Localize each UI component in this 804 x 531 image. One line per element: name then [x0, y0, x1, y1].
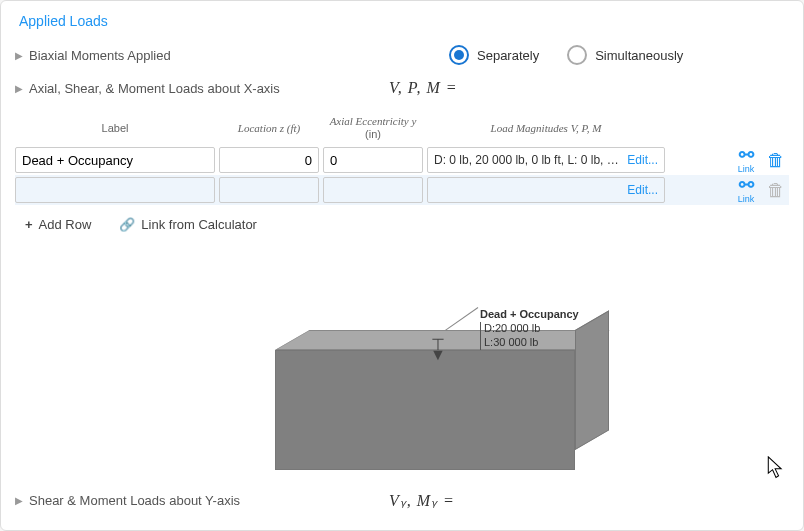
section-title[interactable]: Applied Loads: [19, 13, 789, 29]
callout-title: Dead + Occupancy: [480, 308, 579, 322]
load-callout: Dead + Occupancy D:20 000 lb L:30 000 lb: [480, 308, 579, 349]
link-icon: 🔗: [119, 217, 135, 232]
chevron-right-icon[interactable]: ▶: [15, 495, 25, 506]
link-caption: Link: [738, 165, 755, 174]
col-magnitudes: Load Magnitudes V, P, M: [427, 122, 665, 135]
col-location: Location z (ft): [219, 122, 319, 135]
table-actions: + Add Row 🔗 Link from Calculator: [25, 217, 789, 232]
callout-line-d: D:20 000 lb: [484, 322, 579, 336]
applied-loads-panel: Applied Loads ▶ Biaxial Moments Applied …: [0, 0, 804, 531]
edit-link[interactable]: Edit...: [627, 153, 658, 167]
link-button[interactable]: ⚯ Link: [733, 146, 759, 174]
table-row: Edit... ⚯ Link 🗑: [15, 175, 789, 205]
biaxial-row: ▶ Biaxial Moments Applied Separately Sim…: [15, 45, 789, 65]
radio-simultaneously-label: Simultaneously: [595, 48, 683, 63]
col-label: Label: [15, 122, 215, 135]
link-button[interactable]: ⚯ Link: [733, 176, 759, 204]
chevron-right-icon[interactable]: ▶: [15, 50, 25, 61]
plus-icon: +: [25, 217, 33, 232]
beam-graphic: [275, 350, 575, 470]
trash-icon: 🗑: [767, 181, 785, 199]
label-input[interactable]: [15, 177, 215, 203]
link-icon: ⚯: [739, 176, 754, 194]
table-row: D: 0 lb, 20 000 lb, 0 lb ft, L: 0 lb, 30…: [15, 145, 789, 175]
delete-button[interactable]: 🗑: [763, 181, 789, 199]
location-input[interactable]: [219, 177, 319, 203]
chevron-right-icon[interactable]: ▶: [15, 83, 25, 94]
radio-separately[interactable]: Separately: [449, 45, 539, 65]
link-icon: ⚯: [739, 146, 754, 164]
location-input[interactable]: [219, 147, 319, 173]
add-row-button[interactable]: + Add Row: [25, 217, 91, 232]
radio-dot-icon: [567, 45, 587, 65]
x-axis-label: Axial, Shear, & Moment Loads about X-axi…: [29, 81, 329, 96]
table-header: Label Location z (ft) Axial Eccentricity…: [15, 115, 789, 141]
load-arrow-icon: ⊤▼: [430, 340, 446, 359]
link-from-calculator-button[interactable]: 🔗 Link from Calculator: [119, 217, 257, 232]
radio-dot-icon: [449, 45, 469, 65]
mouse-cursor-icon: [767, 456, 785, 480]
radio-separately-label: Separately: [477, 48, 539, 63]
y-axis-label: Shear & Moment Loads about Y-axis: [29, 493, 329, 508]
x-axis-formula: V, P, M =: [389, 79, 458, 97]
eccentricity-input[interactable]: [323, 147, 423, 173]
edit-link[interactable]: Edit...: [627, 183, 658, 197]
eccentricity-input[interactable]: [323, 177, 423, 203]
magnitudes-text: D: 0 lb, 20 000 lb, 0 lb ft, L: 0 lb, 30…: [434, 153, 621, 167]
link-calc-label: Link from Calculator: [141, 217, 257, 232]
loads-table: Label Location z (ft) Axial Eccentricity…: [15, 115, 789, 205]
label-input[interactable]: [15, 147, 215, 173]
col-eccentricity: Axial Eccentricity y (in): [323, 115, 423, 141]
biaxial-label: Biaxial Moments Applied: [29, 48, 329, 63]
magnitudes-cell[interactable]: Edit...: [427, 177, 665, 203]
add-row-label: Add Row: [39, 217, 92, 232]
x-axis-row: ▶ Axial, Shear, & Moment Loads about X-a…: [15, 79, 789, 97]
link-caption: Link: [738, 195, 755, 204]
biaxial-radio-group: Separately Simultaneously: [449, 45, 683, 65]
trash-icon: 🗑: [767, 151, 785, 169]
delete-button[interactable]: 🗑: [763, 151, 789, 169]
magnitudes-cell[interactable]: D: 0 lb, 20 000 lb, 0 lb ft, L: 0 lb, 30…: [427, 147, 665, 173]
callout-line-l: L:30 000 lb: [484, 336, 579, 350]
y-axis-row: ▶ Shear & Moment Loads about Y-axis Vᵧ, …: [15, 491, 789, 510]
y-axis-formula: Vᵧ, Mᵧ =: [389, 491, 455, 510]
radio-simultaneously[interactable]: Simultaneously: [567, 45, 683, 65]
load-visualization: ⊤▼ Dead + Occupancy D:20 000 lb L:30 000…: [15, 240, 789, 440]
